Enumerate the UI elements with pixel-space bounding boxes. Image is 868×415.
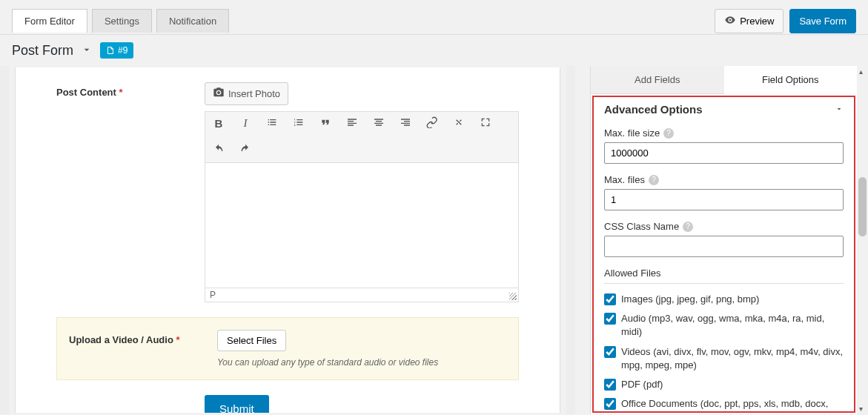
chevron-down-icon	[835, 103, 844, 116]
tab-field-options[interactable]: Field Options	[724, 66, 858, 94]
save-form-button[interactable]: Save Form	[789, 9, 856, 33]
side-panel: Add Fields Field Options Advanced Option…	[590, 66, 857, 414]
allowed-file-label: PDF (pdf)	[621, 378, 663, 391]
align-center-icon[interactable]	[371, 116, 386, 130]
submit-button[interactable]: Submit	[205, 395, 269, 413]
unlink-icon[interactable]	[451, 116, 466, 130]
allowed-file-item[interactable]: Videos (avi, divx, flv, mov, ogv, mkv, m…	[604, 345, 844, 372]
allowed-files-list: Images (jpg, jpeg, gif, png, bmp)Audio (…	[604, 293, 844, 411]
fullscreen-icon[interactable]	[478, 116, 493, 130]
preview-button[interactable]: Preview	[715, 9, 783, 33]
redo-icon[interactable]	[238, 144, 253, 158]
form-title: Post Form	[12, 43, 73, 59]
field-options-panel: Advanced Options Max. file size ? Max. f…	[592, 96, 855, 413]
chevron-down-icon[interactable]	[81, 44, 93, 58]
insert-photo-button[interactable]: Insert Photo	[205, 82, 288, 105]
field-label: Post Content *	[56, 82, 190, 302]
help-icon[interactable]: ?	[663, 128, 674, 139]
opt-css-class: CSS Class Name ?	[604, 221, 844, 257]
page-scrollbar-left[interactable]	[0, 66, 9, 414]
top-actions: Preview Save Form	[715, 9, 856, 33]
editor-status-bar: P	[205, 288, 519, 302]
rich-text-editor[interactable]	[205, 162, 519, 288]
max-file-size-input[interactable]	[604, 142, 844, 164]
tab-settings[interactable]: Settings	[92, 9, 152, 33]
allowed-file-item[interactable]: PDF (pdf)	[604, 378, 844, 391]
tab-notification[interactable]: Notification	[156, 9, 229, 33]
allowed-file-label: Office Documents (doc, ppt, pps, xls, md…	[621, 397, 828, 411]
help-icon[interactable]: ?	[683, 222, 693, 232]
form-id-badge: #9	[100, 42, 133, 59]
allowed-file-item[interactable]: Office Documents (doc, ppt, pps, xls, md…	[604, 397, 844, 411]
preview-label: Preview	[740, 16, 774, 27]
allowed-file-label: Audio (mp3, wav, ogg, wma, mka, m4a, ra,…	[621, 312, 844, 339]
css-class-input[interactable]	[604, 236, 844, 257]
select-files-button[interactable]: Select Files	[217, 330, 286, 351]
help-icon[interactable]: ?	[649, 175, 659, 185]
editor-toolbar: B I	[205, 111, 519, 162]
max-files-input[interactable]	[604, 189, 844, 210]
allowed-file-item[interactable]: Images (jpg, jpeg, gif, png, bmp)	[604, 293, 844, 306]
required-star: *	[119, 87, 123, 98]
canvas-scrollbar[interactable]	[566, 66, 575, 414]
allowed-file-checkbox[interactable]	[604, 346, 616, 358]
opt-max-files: Max. files ?	[604, 174, 844, 210]
field-post-content: Post Content * Insert Photo B I	[56, 82, 519, 302]
link-icon[interactable]	[425, 116, 440, 130]
opt-max-file-size: Max. file size ?	[604, 127, 844, 164]
bold-icon[interactable]: B	[211, 117, 226, 130]
align-right-icon[interactable]	[398, 116, 413, 130]
allowed-file-checkbox[interactable]	[604, 293, 616, 305]
form-canvas: Post Content * Insert Photo B I	[15, 67, 560, 413]
required-star: *	[176, 334, 179, 345]
field-submit: Submit	[56, 395, 519, 413]
allowed-file-item[interactable]: Audio (mp3, wav, ogg, wma, mka, m4a, ra,…	[604, 312, 844, 339]
upload-hint: You can upload any type of standard audi…	[217, 357, 506, 368]
allowed-file-label: Images (jpg, jpeg, gif, png, bmp)	[621, 293, 759, 306]
allowed-file-checkbox[interactable]	[604, 379, 616, 391]
list-ol-icon[interactable]	[291, 116, 306, 130]
allowed-files-title: Allowed Files	[604, 268, 844, 284]
camera-icon	[213, 87, 225, 101]
list-ul-icon[interactable]	[265, 116, 279, 130]
tab-form-editor[interactable]: Form Editor	[12, 9, 87, 33]
tab-add-fields[interactable]: Add Fields	[591, 66, 724, 94]
allowed-file-label: Videos (avi, divx, flv, mov, ogv, mkv, m…	[621, 345, 844, 372]
quote-icon[interactable]	[318, 116, 333, 130]
side-scrollbar[interactable]: ▴ ▾	[857, 66, 868, 414]
field-upload[interactable]: Upload a Video / Audio * Select Files Yo…	[56, 317, 519, 380]
eye-icon	[724, 14, 736, 28]
undo-icon[interactable]	[211, 144, 226, 158]
align-left-icon[interactable]	[345, 116, 360, 130]
field-label: Upload a Video / Audio *	[69, 330, 202, 368]
top-tabs: Form Editor Settings Notification	[12, 9, 229, 33]
title-row: Post Form #9	[0, 34, 868, 66]
advanced-options-header[interactable]: Advanced Options	[604, 103, 844, 120]
italic-icon[interactable]: I	[238, 117, 253, 130]
allowed-file-checkbox[interactable]	[604, 313, 616, 325]
allowed-file-checkbox[interactable]	[604, 398, 616, 410]
